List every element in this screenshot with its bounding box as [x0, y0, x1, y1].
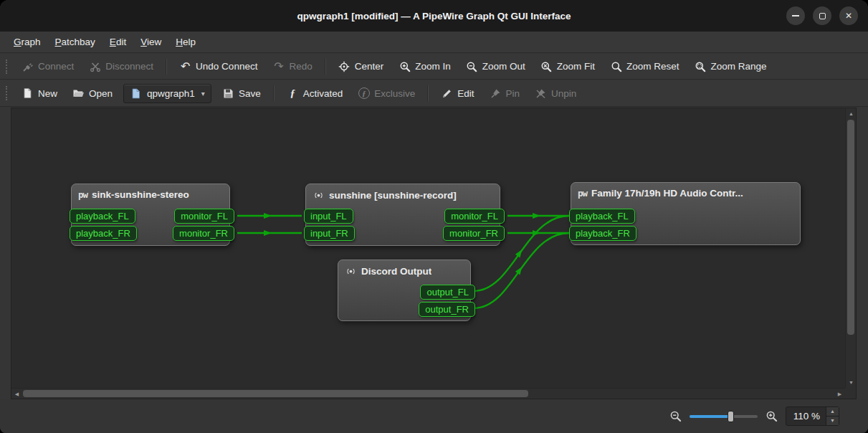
port-monitor-fr[interactable]: monitor_FR	[443, 226, 505, 241]
new-label: New	[38, 88, 57, 99]
zoom-in-icon[interactable]	[766, 410, 778, 422]
connect-icon	[22, 60, 34, 72]
close-button[interactable]: ✕	[839, 6, 858, 25]
patchbay-select[interactable]: qpwgraph1 ▾	[123, 84, 211, 103]
minimize-button[interactable]	[786, 6, 805, 25]
pin-icon	[490, 87, 502, 100]
connect-label: Connect	[38, 61, 74, 72]
edit-toggle[interactable]: Edit	[434, 84, 480, 103]
menu-view[interactable]: View	[134, 34, 168, 50]
redo-button[interactable]: ↷ Redo	[266, 57, 318, 76]
menu-graph[interactable]: Graph	[7, 34, 47, 50]
connect-button[interactable]: Connect	[15, 57, 80, 76]
exclusive-label: Exclusive	[374, 88, 415, 99]
output-ports: monitor_FL monitor_FR	[443, 209, 505, 241]
activated-toggle[interactable]: ƒ Activated	[280, 84, 350, 103]
zoom-spin-down[interactable]: ▼	[826, 417, 839, 426]
open-folder-icon	[72, 87, 85, 100]
maximize-button[interactable]	[813, 6, 831, 25]
edit-label: Edit	[457, 88, 474, 99]
scroll-down-arrow[interactable]: ▼	[846, 377, 857, 388]
exclusive-toggle[interactable]: ƒ Exclusive	[351, 84, 421, 103]
center-button[interactable]: Center	[332, 57, 391, 76]
horizontal-scroll-handle[interactable]	[23, 390, 528, 397]
port-input-fr[interactable]: input_FR	[304, 226, 355, 241]
zoom-spinbox[interactable]: 110 % ▲ ▼	[786, 406, 839, 426]
port-output-fr[interactable]: output_FR	[419, 302, 475, 317]
patchbay-select-value: qpwgraph1	[147, 88, 195, 99]
zoom-slider-fill	[690, 415, 729, 418]
scroll-right-arrow[interactable]: ▶	[834, 389, 845, 399]
vertical-scroll-handle[interactable]	[847, 120, 854, 335]
port-monitor-fr[interactable]: monitor_FR	[173, 226, 234, 241]
horizontal-scrollbar[interactable]: ◀ ▶	[11, 388, 845, 399]
node-header: pw sink-sunshine-stereo	[72, 184, 229, 200]
window-title: qpwgraph1 [modified] — A PipeWire Graph …	[297, 11, 571, 22]
zoom-range-icon	[695, 60, 707, 72]
open-patchbay-button[interactable]: Open	[66, 84, 119, 103]
port-input-fl[interactable]: input_FL	[304, 209, 353, 224]
zoom-spin-up[interactable]: ▲	[826, 407, 839, 417]
new-file-icon	[22, 87, 34, 100]
port-monitor-fl[interactable]: monitor_FL	[444, 209, 505, 224]
zoom-fit-button[interactable]: Zoom Fit	[534, 57, 601, 76]
pin-button[interactable]: Pin	[483, 84, 527, 103]
menu-edit[interactable]: Edit	[103, 34, 133, 50]
activated-icon: ƒ	[287, 87, 299, 100]
port-output-fl[interactable]: output_FL	[420, 285, 475, 300]
port-playback-fl[interactable]: playback_FL	[569, 209, 635, 224]
vertical-scrollbar[interactable]: ▲ ▼	[845, 108, 856, 388]
node-sink-sunshine-stereo[interactable]: pw sink-sunshine-stereo playback_FL play…	[71, 184, 230, 246]
maximize-icon	[819, 13, 826, 19]
pipewire-icon: pw	[578, 188, 587, 199]
menu-patchbay[interactable]: Patchbay	[49, 34, 102, 50]
output-ports: monitor_FL monitor_FR	[173, 209, 234, 241]
node-header: Discord Output	[338, 260, 470, 277]
scroll-up-arrow[interactable]: ▲	[846, 108, 857, 119]
undo-connect-label: Undo Connect	[196, 61, 257, 72]
pin-label: Pin	[506, 88, 520, 99]
zoom-out-icon	[466, 60, 478, 72]
zoom-out-icon[interactable]	[669, 410, 682, 422]
patchbay-file-icon	[130, 87, 142, 100]
undo-connect-button[interactable]: ↶ Undo Connect	[173, 57, 264, 76]
port-playback-fl[interactable]: playback_FL	[70, 209, 135, 224]
node-discord-output[interactable]: Discord Output output_FL output_FR	[338, 260, 471, 321]
zoom-range-button[interactable]: Zoom Range	[688, 57, 773, 76]
node-family-hd-audio[interactable]: pw Family 17h/19h HD Audio Contr... play…	[571, 182, 801, 245]
zoom-out-label: Zoom Out	[482, 61, 525, 72]
edit-pencil-icon	[441, 87, 453, 100]
zoom-fit-icon	[540, 60, 553, 72]
save-label: Save	[239, 88, 261, 99]
zoom-reset-label: Zoom Reset	[626, 61, 679, 72]
toolbar-drag-handle[interactable]	[6, 86, 9, 100]
zoom-in-button[interactable]: Zoom In	[392, 57, 457, 76]
connection-arrow	[264, 230, 272, 236]
zoom-slider-handle[interactable]	[728, 411, 734, 422]
disconnect-button[interactable]: Disconnect	[82, 57, 160, 76]
scroll-left-arrow[interactable]: ◀	[11, 389, 22, 399]
zoom-slider[interactable]	[690, 411, 758, 422]
port-playback-fr[interactable]: playback_FR	[70, 226, 137, 241]
unpin-button[interactable]: Unpin	[528, 84, 583, 103]
node-sunshine-record[interactable]: sunshine [sunshine-record] input_FL inpu…	[305, 184, 500, 246]
save-patchbay-button[interactable]: Save	[216, 84, 267, 103]
port-monitor-fl[interactable]: monitor_FL	[174, 209, 234, 224]
graph-canvas-frame: pw sink-sunshine-stereo playback_FL play…	[11, 108, 857, 399]
zoom-reset-icon	[610, 60, 622, 72]
toolbar-drag-handle[interactable]	[6, 60, 9, 74]
graph-toolbar: Connect Disconnect ↶ Undo Connect ↷ Redo…	[0, 54, 868, 80]
scrollbar-corner	[845, 388, 856, 399]
zoom-reset-button[interactable]: Zoom Reset	[604, 57, 686, 76]
connection-arrow	[264, 213, 272, 219]
new-patchbay-button[interactable]: New	[15, 84, 64, 103]
exclusive-icon: ƒ	[358, 87, 370, 100]
port-playback-fr[interactable]: playback_FR	[569, 226, 636, 241]
menu-help[interactable]: Help	[169, 34, 202, 50]
zoom-fit-label: Zoom Fit	[557, 61, 595, 72]
speaker-icon	[313, 189, 325, 201]
titlebar[interactable]: qpwgraph1 [modified] — A PipeWire Graph …	[0, 0, 868, 32]
graph-canvas[interactable]: pw sink-sunshine-stereo playback_FL play…	[11, 108, 845, 388]
zoom-out-button[interactable]: Zoom Out	[459, 57, 532, 76]
activated-label: Activated	[303, 88, 343, 99]
